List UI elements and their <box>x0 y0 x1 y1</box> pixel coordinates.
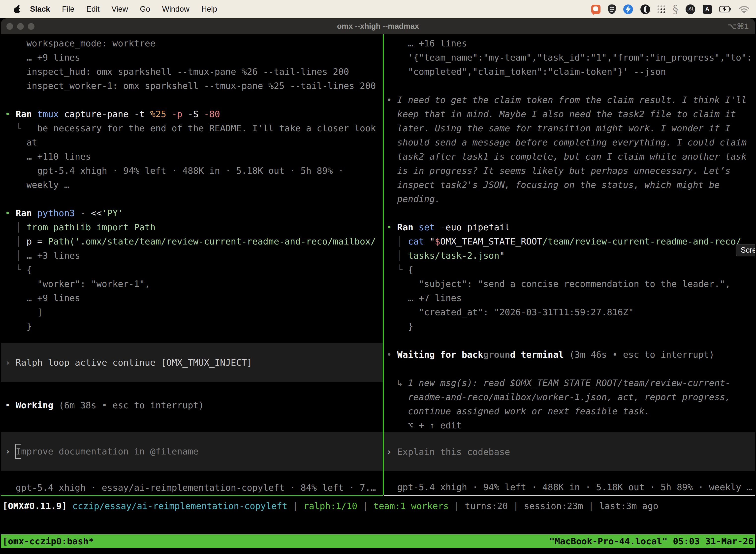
terminal-text: | <box>583 501 599 511</box>
terminal-text: … +3 lines <box>26 251 80 261</box>
terminal-text: -S <box>188 109 204 119</box>
menu-item-help[interactable]: Help <box>195 5 223 14</box>
terminal-text: "created_at": "2026-03-31T11:59:27.816Z" <box>386 307 634 317</box>
terminal-text: (3m 46s • esc to interrupt) <box>569 349 714 359</box>
terminal-text: << <box>91 208 102 218</box>
terminal-line: "worker": "worker-1", <box>5 277 383 291</box>
pane-left: workspace_mode: worktree … +9 lines insp… <box>1 34 383 495</box>
terminal-text: Ran <box>16 109 37 119</box>
terminal-content: workspace_mode: worktree … +9 lines insp… <box>1 34 755 554</box>
terminal-line: • Waiting for background terminal (3m 46… <box>386 347 755 362</box>
prompt-input-right[interactable]: › Explain this codebase <box>384 432 755 471</box>
terminal-text: " <box>499 251 505 261</box>
terminal-line: inspect task2's JSON, focusing on the st… <box>386 178 755 192</box>
terminal-text: last:3m ago <box>599 501 658 511</box>
menu-item-app[interactable]: Slack <box>24 5 56 14</box>
apple-menu-icon[interactable] <box>14 5 20 13</box>
tooltip: Scre <box>736 244 755 257</box>
terminal-line: … +7 lines <box>386 291 755 305</box>
terminal-text: ralph:1/10 <box>304 501 358 511</box>
badge-61-icon[interactable]: ..61 <box>686 4 695 14</box>
terminal-line: "subject": "send a concise recommendatio… <box>386 277 755 291</box>
terminal-line: "created_at": "2026-03-31T11:59:27.816Z" <box>386 305 755 319</box>
dots-grid-icon[interactable] <box>657 5 665 13</box>
terminal-text: } <box>5 321 32 331</box>
terminal-text: be necessary for the end of the README. … <box>37 123 376 133</box>
terminal-text: gpt-5.4 xhigh · essay/ai-reimplementatio… <box>5 483 376 493</box>
terminal-text: pipefail <box>467 222 510 232</box>
terminal-text: └ <box>5 265 26 275</box>
menu-item-window[interactable]: Window <box>156 5 195 14</box>
terminal-line <box>5 93 383 107</box>
terminal-text: capture-pane <box>64 109 134 119</box>
prompt-input-left[interactable]: › Improve documentation in @filename <box>1 432 383 470</box>
menu-item-view[interactable]: View <box>106 5 134 14</box>
terminal-line: "completed","claim_token":"claim-token"}… <box>386 64 755 79</box>
wifi-icon[interactable] <box>739 5 750 13</box>
chat-app-icon[interactable] <box>591 5 601 14</box>
terminal-line: pending. <box>386 192 755 206</box>
terminal-text: 1 new msg(s): read $OMX_TEAM_STATE_ROOT/… <box>408 378 731 388</box>
menu-item-edit[interactable]: Edit <box>80 5 106 14</box>
terminal-text: p = <box>26 236 48 246</box>
terminal-text: { <box>26 265 32 275</box>
terminal-text: Explain this codebase <box>397 445 510 459</box>
terminal-text: $ <box>435 236 440 246</box>
window-title: omx --xhigh --madmax <box>1 18 755 34</box>
terminal-text: | <box>449 501 465 511</box>
terminal-text: I need to get the claim token from the c… <box>397 95 747 105</box>
terminal-cursor: I <box>16 444 21 458</box>
terminal-text: tasks/task-2.json <box>408 251 499 261</box>
terminal-text: Working <box>16 400 59 410</box>
lightning-icon[interactable] <box>623 4 633 14</box>
terminal-text: › <box>5 444 16 458</box>
terminal-text: [OMX#0.11.9] <box>2 501 67 511</box>
terminal-text: } <box>386 321 413 331</box>
shield-icon[interactable] <box>608 4 616 14</box>
terminal-line: weekly … <box>5 178 383 192</box>
terminal-text: ↳ <box>386 378 408 388</box>
terminal-line: • Working (6m 38s • esc to interrupt) <box>5 398 383 412</box>
menu-item-file[interactable]: File <box>56 5 80 14</box>
terminal-text: … +9 lines <box>5 293 80 303</box>
terminal-text: "subject": "send a concise recommendatio… <box>386 279 731 289</box>
terminal-text: └ <box>386 265 408 275</box>
terminal-line: keep that in mind. Maybe I also need the… <box>386 107 755 121</box>
terminal-text: inspect task2's JSON, focusing on the st… <box>386 180 720 190</box>
terminal-text: %25 <box>150 109 172 119</box>
terminal-text: gpt-5.4 xhigh · 94% left · 488K in · 5.1… <box>386 482 752 492</box>
omx-status-line: [OMX#0.11.9] cczip/essay/ai-reimplementa… <box>2 499 755 513</box>
menu-bar-tray: § ..61 A <box>591 4 756 14</box>
squiggle-icon[interactable]: § <box>673 4 678 14</box>
terminal-line: … +9 lines <box>5 50 383 64</box>
terminal-text: • <box>5 208 16 218</box>
terminal-text: | <box>508 501 524 511</box>
terminal-text: /team/review-current-readme-and-reco/ <box>543 236 741 246</box>
terminal-text: Ran <box>397 222 419 232</box>
session-status-left: gpt-5.4 xhigh · essay/ai-reimplementatio… <box>5 481 383 495</box>
moon-icon[interactable] <box>640 4 650 14</box>
terminal-text: turns:20 <box>465 501 508 511</box>
terminal-line: ↳ 1 new msg(s): read $OMX_TEAM_STATE_ROO… <box>386 376 755 390</box>
terminal-text: -p <box>172 109 188 119</box>
terminal-text: "worker": "worker-1", <box>5 279 150 289</box>
terminal-line <box>386 206 755 220</box>
terminal-text: -80 <box>204 109 220 119</box>
battery-icon[interactable] <box>719 6 731 12</box>
terminal-line: │ … +3 lines <box>5 248 383 263</box>
terminal-line: continue assigned work or next feasible … <box>386 404 755 418</box>
terminal-line: later. Using the same for transition mig… <box>386 121 755 135</box>
terminal-line: └ { <box>386 263 755 277</box>
tmux-window-label[interactable]: [omx-cczip0:bash* <box>2 535 94 548</box>
terminal-text: … +9 lines <box>5 52 80 63</box>
terminal-line: • I need to get the claim token from the… <box>386 93 755 107</box>
terminal-text: › <box>5 355 16 370</box>
terminal-text: • <box>5 109 16 119</box>
terminal-text: │ <box>386 251 408 261</box>
menu-item-go[interactable]: Go <box>134 5 156 14</box>
keyboard-a-icon[interactable]: A <box>703 5 712 14</box>
terminal-text: • <box>386 349 397 359</box>
terminal-line: inspect_hud: omx sparkshell --tmux-pane … <box>5 64 383 79</box>
terminal-text: Ralph loop active continue [OMX_TMUX_INJ… <box>16 355 252 370</box>
terminal-text: task2 after task1 is complete, but can I… <box>386 151 747 162</box>
